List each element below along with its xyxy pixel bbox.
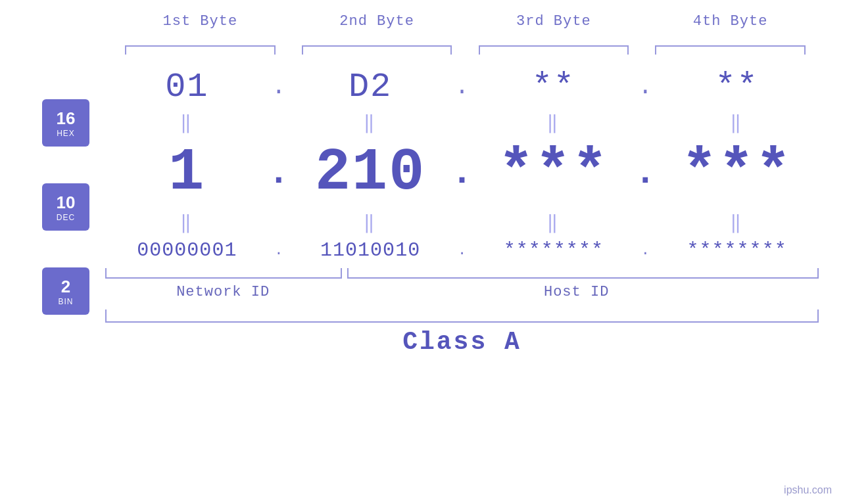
equals-row-2: ‖ ‖ ‖ ‖ [105,206,819,239]
byte-headers: 1st Byte 2nd Byte 3rd Byte 4th Byte [26,13,819,30]
hex-dot-1: . [269,74,289,101]
eq-8: ‖ [655,212,819,234]
dec-dot-3: . [635,155,655,191]
hex-row: 01 . D2 . ** . ** [105,68,819,106]
bin-dot-1: . [269,242,289,259]
network-bracket [105,268,342,279]
byte-header-1: 1st Byte [112,13,289,30]
footer: ipshu.com [784,484,832,496]
host-id-label: Host ID [341,284,819,300]
bracket-2 [289,36,466,55]
bracket-1 [112,36,289,55]
eq-4: ‖ [655,112,819,134]
id-labels-row: Network ID Host ID [105,279,819,300]
dec-byte-3: *** [472,139,636,206]
network-id-label: Network ID [105,284,341,300]
dec-badge: 10 DEC [42,183,89,231]
dec-row: 1 . 210 . *** . *** [105,139,819,206]
dec-byte-4: *** [655,139,819,206]
bin-byte-2: 11010010 [289,239,452,262]
bin-dot-2: . [452,242,472,259]
dec-dot-1: . [269,155,289,191]
bin-byte-4: ******** [655,239,819,262]
hex-byte-1: 01 [105,68,269,106]
eq-7: ‖ [472,212,636,234]
bin-byte-3: ******** [472,239,636,262]
rows-container: 01 . D2 . ** . ** ‖ ‖ [105,61,819,356]
byte-header-2: 2nd Byte [289,13,466,30]
bin-dot-3: . [635,242,655,259]
badges-column: 16 HEX 10 DEC 2 BIN [26,61,105,333]
byte-header-4: 4th Byte [642,13,819,30]
hex-dot-3: . [635,74,655,101]
byte-header-3: 3rd Byte [466,13,642,30]
eq-1: ‖ [105,112,269,134]
eq-6: ‖ [289,212,452,234]
hex-badge: 16 HEX [42,99,89,147]
bin-badge: 2 BIN [42,267,89,315]
hex-byte-2: D2 [289,68,452,106]
host-bracket [347,268,819,279]
bracket-4 [642,36,819,55]
hex-byte-4: ** [655,68,819,106]
main-container: 1st Byte 2nd Byte 3rd Byte 4th Byte 16 H… [0,0,845,504]
eq-5: ‖ [105,212,269,234]
content-area: 16 HEX 10 DEC 2 BIN 01 . D2 [26,61,819,497]
class-label: Class A [105,323,819,356]
hex-dot-2: . [452,74,472,101]
eq-3: ‖ [472,112,636,134]
equals-row-1: ‖ ‖ ‖ ‖ [105,106,819,139]
class-bracket-area: Class A [105,300,819,356]
bottom-brackets [105,262,819,279]
dec-dot-2: . [452,155,472,191]
dec-byte-1: 1 [105,139,269,206]
class-bracket [105,309,819,323]
dec-byte-2: 210 [289,139,452,206]
bracket-3 [466,36,642,55]
eq-2: ‖ [289,112,452,134]
bin-byte-1: 00000001 [105,239,269,262]
hex-byte-3: ** [472,68,636,106]
bin-row: 00000001 . 11010010 . ******** . *******… [105,239,819,262]
